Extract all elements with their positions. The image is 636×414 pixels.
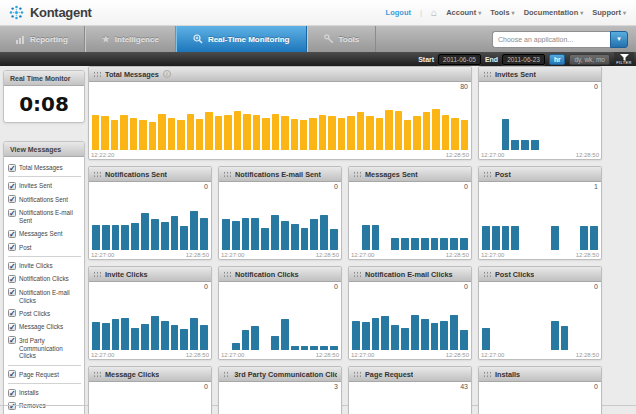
chart-header[interactable]: Invites Sent xyxy=(479,67,601,82)
sidebar-item-page-request[interactable]: ✓Page Request xyxy=(8,368,81,381)
drag-handle-icon[interactable] xyxy=(93,271,101,278)
checkbox-checked-icon[interactable]: ✓ xyxy=(8,336,16,344)
sidebar-item-total-messages[interactable]: ✓Total Messages xyxy=(8,161,81,174)
checkbox-checked-icon[interactable]: ✓ xyxy=(8,309,16,317)
logout-link[interactable]: Logout xyxy=(386,8,411,17)
drag-handle-icon[interactable] xyxy=(223,371,230,378)
drag-handle-icon[interactable] xyxy=(483,371,491,378)
chart-header[interactable]: Notifications Sent xyxy=(89,167,211,182)
bar xyxy=(131,328,139,350)
application-selector: ▾ xyxy=(492,31,628,48)
sidebar-item-message-clicks[interactable]: ✓Message Clicks xyxy=(8,320,81,333)
x-axis-end: 12:28:50 xyxy=(576,152,599,158)
sidebar-item-invite-clicks[interactable]: ✓Invite Clicks xyxy=(8,259,81,272)
chart-header[interactable]: Post Clicks xyxy=(479,267,601,282)
application-select-input[interactable] xyxy=(492,31,610,48)
chart-header[interactable]: Installs xyxy=(479,367,601,382)
drag-handle-icon[interactable] xyxy=(223,271,231,278)
info-icon[interactable]: i xyxy=(163,70,171,78)
checkbox-checked-icon[interactable]: ✓ xyxy=(8,275,16,283)
bar xyxy=(460,238,468,250)
chart-header[interactable]: 3rd Party Communication Clicks xyxy=(219,367,341,382)
start-label: Start xyxy=(418,56,434,63)
sidebar-item-notifications-sent[interactable]: ✓Notifications Sent xyxy=(8,193,81,206)
drag-handle-icon[interactable] xyxy=(93,371,101,378)
chart-header[interactable]: Page Request xyxy=(349,367,471,382)
chart-header[interactable]: Notifications E-mail Sent xyxy=(219,167,341,182)
chart-header[interactable]: Message Clicks xyxy=(89,367,211,382)
checkbox-checked-icon[interactable]: ✓ xyxy=(8,288,16,296)
menu-account[interactable]: Account▾ xyxy=(446,8,481,17)
application-select-dropdown-button[interactable]: ▾ xyxy=(610,31,628,48)
checkbox-checked-icon[interactable]: ✓ xyxy=(8,195,16,203)
tab-intelligence[interactable]: ★ Intelligence xyxy=(85,26,176,52)
bar xyxy=(391,325,399,350)
menu-support[interactable]: Support▾ xyxy=(592,8,626,17)
sidebar-item-messages-sent[interactable]: ✓Messages Sent xyxy=(8,227,81,240)
chart-max-value: 1 xyxy=(594,183,598,190)
sidebar-item-notification-clicks[interactable]: ✓Notification Clicks xyxy=(8,272,81,285)
home-icon[interactable]: ⌂ xyxy=(431,8,437,18)
drag-handle-icon[interactable] xyxy=(93,171,101,178)
tab-tools[interactable]: Tools xyxy=(307,26,377,52)
chart-header[interactable]: Messages Sent xyxy=(349,167,471,182)
bar xyxy=(222,219,230,250)
menu-documentation[interactable]: Documentation▾ xyxy=(524,8,584,17)
chart-header[interactable]: Total Messages i xyxy=(89,67,471,82)
checkbox-checked-icon[interactable]: ✓ xyxy=(8,323,16,331)
bar xyxy=(272,114,279,150)
chart-panel-invite-clicks: Invite Clicks 0 12:27:00 12:28:50 xyxy=(88,266,212,360)
tab-reporting[interactable]: Reporting xyxy=(0,26,85,52)
bar xyxy=(102,225,110,250)
bar xyxy=(262,118,269,150)
chart-header[interactable]: Notification Clicks xyxy=(219,267,341,282)
sidebar-item-post[interactable]: ✓Post xyxy=(8,241,81,254)
checkbox-checked-icon[interactable]: ✓ xyxy=(8,164,16,172)
bar-series xyxy=(92,294,208,350)
checkbox-checked-icon[interactable]: ✓ xyxy=(8,389,16,397)
x-axis-start: 12:27:00 xyxy=(481,152,504,158)
drag-handle-icon[interactable] xyxy=(353,171,361,178)
sidebar-item-removes[interactable]: ✓Removes xyxy=(8,399,81,412)
checkbox-checked-icon[interactable]: ✓ xyxy=(8,243,16,251)
sidebar-item-3rd-party-communication-clicks[interactable]: ✓3rd Party Communication Clicks xyxy=(8,334,81,363)
chart-max-value: 0 xyxy=(204,283,208,290)
x-axis-start: 12:27:00 xyxy=(91,352,114,358)
drag-handle-icon[interactable] xyxy=(483,171,491,178)
chart-header[interactable]: Notification E-mail Clicks xyxy=(349,267,471,282)
x-axis-end: 12:28:50 xyxy=(446,152,469,158)
drag-handle-icon[interactable] xyxy=(93,71,101,78)
checkbox-checked-icon[interactable]: ✓ xyxy=(8,370,16,378)
checkbox-checked-icon[interactable]: ✓ xyxy=(8,182,16,190)
sidebar-item-post-clicks[interactable]: ✓Post Clicks xyxy=(8,307,81,320)
drag-handle-icon[interactable] xyxy=(223,171,231,178)
bar-series xyxy=(352,194,468,250)
tab-real-time-monitoring[interactable]: Real-Time Monitoring xyxy=(176,26,307,52)
drag-handle-icon[interactable] xyxy=(483,71,491,78)
sidebar-item-notifications-e-mail-sent[interactable]: ✓Notifications E-mail Sent xyxy=(8,206,81,227)
bar xyxy=(149,122,156,150)
bar xyxy=(242,330,250,350)
drag-handle-icon[interactable] xyxy=(483,271,491,278)
drag-handle-icon[interactable] xyxy=(353,371,361,378)
start-date-field[interactable]: 2011-06-05 xyxy=(438,54,481,65)
x-axis-start: 12:27:00 xyxy=(221,352,244,358)
end-date-field[interactable]: 2011-06-23 xyxy=(502,54,545,65)
chart-header[interactable]: Invite Clicks xyxy=(89,267,211,282)
chart-header[interactable]: Post xyxy=(479,167,601,182)
menu-tools[interactable]: Tools▾ xyxy=(490,8,514,17)
granularity-dy-wk-mo-buttons[interactable]: dy, wk, mo xyxy=(569,54,610,65)
sidebar-item-invites-sent[interactable]: ✓Invites Sent xyxy=(8,179,81,192)
bar xyxy=(271,336,279,350)
granularity-hr-button[interactable]: hr xyxy=(549,54,566,65)
drag-handle-icon[interactable] xyxy=(353,271,361,278)
bar xyxy=(171,325,179,350)
sidebar-item-installs[interactable]: ✓Installs xyxy=(8,386,81,399)
checkbox-checked-icon[interactable]: ✓ xyxy=(8,262,16,270)
kontagent-logo[interactable]: Kontagent xyxy=(0,4,92,21)
checkbox-checked-icon[interactable]: ✓ xyxy=(8,209,16,217)
checkbox-checked-icon[interactable]: ✓ xyxy=(8,230,16,238)
sidebar-item-notification-e-mail-clicks[interactable]: ✓Notification E-mail Clicks xyxy=(8,286,81,307)
filter-button[interactable]: FILTER xyxy=(614,52,634,66)
magnifier-plus-icon xyxy=(193,34,203,44)
